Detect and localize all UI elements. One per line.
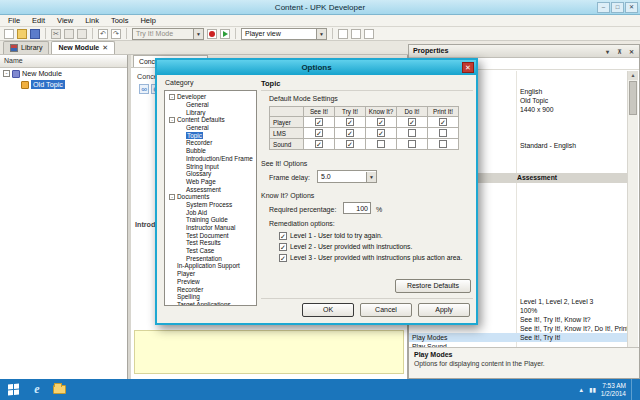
expander-icon[interactable] — [178, 178, 184, 184]
expander-icon[interactable]: - — [169, 194, 175, 200]
property-row-play-modes[interactable]: Play Modes See It!, Try It! — [409, 333, 628, 342]
play-icon[interactable] — [220, 29, 230, 39]
close-button[interactable]: ✕ — [625, 2, 638, 13]
expander-icon[interactable] — [169, 301, 175, 306]
scrollbar-thumb[interactable] — [629, 81, 637, 115]
dialog-titlebar[interactable]: Options — [157, 60, 476, 75]
expander-icon[interactable] — [178, 201, 184, 207]
expander-icon[interactable] — [178, 248, 184, 254]
file-explorer-button[interactable] — [48, 379, 70, 400]
expander-icon[interactable] — [178, 232, 184, 238]
help-icon[interactable] — [364, 29, 374, 39]
category-tree-item[interactable]: Recorder — [166, 285, 256, 293]
category-tree-item[interactable]: - Content Defaults — [166, 116, 256, 124]
mode-checkbox[interactable]: ✓ — [315, 129, 323, 137]
remediation-option[interactable]: ✓ Level 3 - User provided with instructi… — [279, 252, 462, 263]
properties-header[interactable]: Properties ▾ ⊼ ✕ — [409, 45, 639, 58]
restore-defaults-button[interactable]: Restore Defaults — [395, 279, 471, 293]
mode-checkbox[interactable] — [439, 140, 447, 148]
expander-icon[interactable] — [178, 163, 184, 169]
library-tree-item[interactable]: - New Module — [0, 68, 127, 79]
category-tree-item[interactable]: General — [166, 101, 256, 109]
menu-item[interactable]: Help — [134, 15, 161, 27]
expander-icon[interactable] — [178, 240, 184, 246]
expander-icon[interactable] — [169, 271, 175, 277]
category-tree-item[interactable]: - Documents — [166, 193, 256, 201]
category-tree-item[interactable]: Spelling — [166, 293, 256, 301]
mode-checkbox[interactable] — [408, 129, 416, 137]
player-view-combobox[interactable]: Player view ▼ — [241, 28, 327, 40]
category-tree-item[interactable]: Library — [166, 108, 256, 116]
mode-checkbox[interactable] — [439, 129, 447, 137]
category-tree-item[interactable]: Web Page — [166, 178, 256, 186]
expander-icon[interactable] — [178, 102, 184, 108]
expander-icon[interactable] — [178, 125, 184, 131]
remediation-checkbox[interactable]: ✓ — [279, 243, 287, 251]
expander-icon[interactable] — [12, 81, 19, 88]
mode-checkbox[interactable] — [408, 140, 416, 148]
internet-explorer-button[interactable]: e — [26, 379, 48, 400]
mode-checkbox[interactable]: ✓ — [377, 118, 385, 126]
expander-icon[interactable] — [178, 155, 184, 161]
frame-delay-combobox[interactable]: 5.0 ▼ — [317, 170, 377, 183]
mode-checkbox[interactable] — [377, 140, 385, 148]
expander-icon[interactable] — [169, 294, 175, 300]
undo-icon[interactable]: ↶ — [98, 29, 108, 39]
category-tree-item[interactable]: Introduction/End Frame — [166, 155, 256, 163]
mode-checkbox[interactable]: ✓ — [346, 118, 354, 126]
category-tree-item[interactable]: Recorder — [166, 139, 256, 147]
menu-item[interactable]: Link — [79, 15, 105, 27]
publish-icon[interactable] — [351, 29, 361, 39]
category-tree-item[interactable]: Target Applications — [166, 301, 256, 306]
mode-checkbox[interactable]: ✓ — [377, 129, 385, 137]
expander-icon[interactable] — [178, 225, 184, 231]
mode-checkbox[interactable]: ✓ — [346, 140, 354, 148]
maximize-button[interactable]: □ — [611, 2, 624, 13]
library-tree-item[interactable]: Old Topic — [0, 79, 127, 90]
expander-icon[interactable] — [178, 171, 184, 177]
expander-icon[interactable] — [178, 140, 184, 146]
open-icon[interactable] — [17, 29, 27, 39]
mode-checkbox[interactable]: ✓ — [408, 118, 416, 126]
menu-item[interactable]: File — [2, 15, 26, 27]
mode-checkbox[interactable]: ✓ — [315, 140, 323, 148]
category-tree-item[interactable]: Training Guide — [166, 216, 256, 224]
tab-new-module[interactable]: New Module ✕ — [51, 41, 115, 54]
category-tree-item[interactable]: String Input — [166, 162, 256, 170]
scroll-up-icon[interactable]: ▲ — [628, 71, 638, 80]
introduction-editor[interactable] — [134, 330, 404, 374]
minimize-button[interactable]: – — [597, 2, 610, 13]
tray-expand-icon[interactable]: ▲ — [578, 387, 584, 393]
record-icon[interactable] — [207, 29, 217, 39]
expander-icon[interactable] — [178, 209, 184, 215]
category-tree-item[interactable]: Instructor Manual — [166, 224, 256, 232]
category-tree-item[interactable]: Job Aid — [166, 208, 256, 216]
insert-link-icon[interactable]: ∞ — [139, 84, 149, 94]
mode-checkbox[interactable]: ✓ — [346, 129, 354, 137]
taskbar-clock[interactable]: 7:53 AM 1/2/2014 — [601, 382, 626, 398]
category-tree-item[interactable]: Assessment — [166, 185, 256, 193]
dialog-close-button[interactable]: ✕ — [462, 62, 474, 73]
expander-icon[interactable] — [178, 255, 184, 261]
expander-icon[interactable] — [169, 278, 175, 284]
record-mode-combobox[interactable]: Try It! Mode ▼ — [132, 28, 204, 40]
start-button[interactable] — [0, 379, 26, 400]
category-tree-item[interactable]: Test Results — [166, 239, 256, 247]
expander-icon[interactable] — [178, 217, 184, 223]
expander-icon[interactable] — [178, 148, 184, 154]
show-desktop-button[interactable] — [631, 379, 636, 400]
remediation-checkbox[interactable]: ✓ — [279, 232, 287, 240]
mode-checkbox[interactable]: ✓ — [439, 118, 447, 126]
expander-icon[interactable] — [178, 109, 184, 115]
save-icon[interactable] — [30, 29, 40, 39]
cut-icon[interactable]: ✂ — [51, 29, 61, 39]
copy-icon[interactable] — [64, 29, 74, 39]
expander-icon[interactable] — [178, 132, 184, 138]
apply-button[interactable]: Apply — [418, 303, 470, 317]
tab-library[interactable]: Library — [3, 41, 49, 54]
category-tree-item[interactable]: Preview — [166, 278, 256, 286]
expander-icon[interactable]: - — [3, 70, 10, 77]
property-row[interactable]: See It!, Try It!, Know It?, Do It!, Prin… — [409, 324, 628, 333]
properties-scrollbar[interactable]: ▲ — [627, 71, 638, 349]
category-tree-item[interactable]: In-Application Support — [166, 262, 256, 270]
